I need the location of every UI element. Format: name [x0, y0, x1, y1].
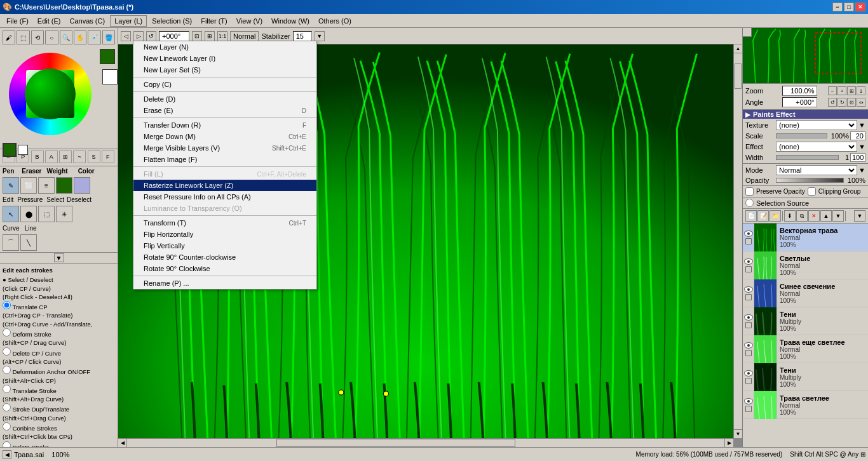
menu-view[interactable]: View (V) [233, 16, 266, 26]
layer-item-3[interactable]: Синее свечение Normal 100% [743, 279, 868, 307]
menu-filter[interactable]: Filter (T) [197, 16, 231, 26]
effect-dropdown[interactable]: (none) [776, 142, 857, 152]
hand-tool[interactable]: ✋ [74, 30, 86, 44]
layer-item-1[interactable]: Векторная трава Normal 100% [743, 224, 868, 251]
lock-icon-3[interactable] [745, 294, 752, 300]
layer-merge-down-btn[interactable]: ⬇ [784, 210, 796, 222]
lock-icon-2[interactable] [745, 266, 752, 272]
texture-dropdown[interactable]: (none) [776, 120, 857, 130]
menu-entry-new-set[interactable]: New Layer Set (S) [133, 64, 316, 76]
layer-item-7[interactable]: Трава светлее Normal 100% [743, 391, 868, 419]
eye-icon-4[interactable] [744, 314, 753, 321]
menu-entry-flip-h[interactable]: Flip Horizontally [133, 229, 316, 240]
close-button[interactable]: ✕ [855, 3, 865, 11]
background-swatch[interactable] [102, 69, 118, 84]
color-wheel[interactable] [9, 53, 92, 135]
hscroll-thumb[interactable] [276, 439, 515, 447]
transform-tool[interactable]: ⟲ [31, 30, 44, 44]
color-square[interactable] [26, 70, 74, 118]
menu-canvas[interactable]: Canvas (C) [66, 16, 109, 26]
texture-expand-btn[interactable]: ▼ [858, 121, 865, 129]
weight-mode-btn[interactable]: ≡ [38, 177, 55, 194]
blend-mode-dropdown[interactable]: Normal [230, 31, 259, 41]
clipping-group-check[interactable] [808, 187, 816, 196]
minimize-button[interactable]: − [832, 3, 843, 11]
lock-icon-4[interactable] [745, 322, 752, 328]
opacity-slider[interactable] [776, 178, 844, 183]
curve-icon[interactable]: ⌒ [3, 234, 19, 251]
menu-entry-new-layer[interactable]: New Layer (N) [133, 41, 316, 53]
mode-expand-btn[interactable]: ▼ [858, 166, 865, 174]
layer-item-4[interactable]: Тени Multiply 100% [743, 307, 868, 335]
menu-entry-new-linework[interactable]: New Linework Layer (I) [133, 53, 316, 64]
fit-btn[interactable]: ⊞ [205, 31, 215, 41]
rotate-right-btn[interactable]: ▷ [133, 31, 144, 41]
pen-specific-2[interactable]: ⬤ [20, 206, 37, 222]
fill-tool[interactable]: 🪣 [102, 30, 115, 44]
eye-icon-3[interactable] [744, 286, 753, 293]
status-arrow-left[interactable]: ◀ [3, 450, 11, 459]
vscroll-up-btn[interactable]: ▲ [734, 44, 742, 53]
lock-icon-5[interactable] [745, 350, 752, 356]
scale-slider[interactable] [776, 133, 827, 138]
selection-source-radio[interactable] [745, 199, 754, 207]
mode-dropdown[interactable]: Normal [776, 165, 857, 175]
pen-specific-1[interactable]: ↖ [3, 206, 19, 222]
brush-tool[interactable]: 🖌 [3, 30, 15, 44]
canvas-hscrollbar[interactable]: ◀ ▶ [118, 438, 733, 447]
menu-entry-rename[interactable]: Rename (P) ... [133, 277, 316, 289]
select-tool[interactable]: ⬚ [17, 30, 29, 44]
eye-icon-5[interactable] [744, 342, 753, 349]
menu-entry-rotate-ccw[interactable]: Rotate 90° Counter-clockwise [133, 251, 316, 263]
layer-new-folder-btn[interactable]: 📁 [770, 210, 781, 222]
menu-entry-rotate-cw[interactable]: Rotate 90° Clockwise [133, 263, 316, 274]
canvas-vscrollbar[interactable]: ▲ ▼ [733, 44, 742, 438]
preserve-opacity-check[interactable] [745, 187, 754, 196]
menu-entry-flip-v[interactable]: Flip Vertically [133, 240, 316, 251]
angle-ccw-btn[interactable]: ↺ [828, 98, 837, 107]
menu-entry-luminance[interactable]: Luminance to Transparency (O) [133, 203, 316, 214]
zoom-minus-btn[interactable]: − [828, 86, 837, 95]
lock-icon-7[interactable] [745, 406, 752, 412]
hscroll-left-btn[interactable]: ◀ [118, 439, 127, 447]
layer-up-btn[interactable]: ▲ [820, 210, 832, 222]
lock-icon-6[interactable] [745, 378, 752, 384]
menu-entry-rasterize[interactable]: Rasterize Linework Layer (Z) [133, 180, 316, 191]
menu-file[interactable]: File (F) [3, 16, 32, 26]
layer-down-btn[interactable]: ▼ [832, 210, 844, 222]
menu-layer[interactable]: Layer (L) [110, 15, 147, 27]
menu-entry-delete[interactable]: Delete (D) [133, 93, 316, 105]
rotate-left-btn[interactable]: ◁ [121, 31, 131, 41]
color-mode-btn[interactable] [56, 177, 72, 194]
pen-specific-4[interactable]: ✳ [56, 206, 72, 222]
menu-others[interactable]: Others (O) [315, 16, 355, 26]
maximize-button[interactable]: □ [844, 3, 854, 11]
menu-entry-copy[interactable]: Copy (C) [133, 79, 316, 90]
eye-icon-1[interactable] [744, 230, 753, 237]
nav-corner[interactable] [743, 28, 752, 37]
layer-item-2[interactable]: Светлые Normal 100% [743, 251, 868, 279]
zoom-plus-btn[interactable]: + [837, 86, 846, 95]
layer-copy-btn[interactable]: ⧉ [796, 210, 808, 222]
menu-entry-merge-down[interactable]: Merge Down (M) Ctrl+E [133, 131, 316, 142]
layer-item-6[interactable]: Тени Multiply 100% [743, 363, 868, 391]
stabilizer-down-btn[interactable]: ▼ [315, 31, 325, 41]
eye-icon-7[interactable] [744, 398, 753, 404]
layer-new-linework-btn[interactable]: 📝 [757, 210, 769, 222]
width-slider[interactable] [776, 155, 839, 160]
menu-entry-fill[interactable]: Fill (L) Ctrl+F, Alt+Delete [133, 168, 316, 180]
menu-edit[interactable]: Edit (E) [34, 16, 65, 26]
eye-icon-6[interactable] [744, 370, 753, 377]
menu-entry-transfer[interactable]: Transfer Down (R) F [133, 119, 316, 131]
stabilizer-value[interactable]: 15 [293, 31, 312, 41]
layer-expand-btn[interactable]: ▼ [854, 210, 865, 222]
flip-btn[interactable]: ⊡ [192, 31, 202, 41]
menu-entry-merge-visible[interactable]: Merge Visible Layers (V) Shift+Ctrl+E [133, 142, 316, 154]
color-extra[interactable] [74, 177, 90, 194]
menu-entry-flatten[interactable]: Flatten Image (F) [133, 154, 316, 165]
eraser-mode-btn[interactable]: ⬜ [20, 177, 37, 194]
hscroll-right-btn[interactable]: ▶ [724, 439, 733, 447]
effect-expand-btn[interactable]: ▼ [858, 143, 865, 150]
layer-delete-btn[interactable]: ✕ [808, 210, 820, 222]
menu-entry-erase[interactable]: Erase (E) D [133, 105, 316, 116]
